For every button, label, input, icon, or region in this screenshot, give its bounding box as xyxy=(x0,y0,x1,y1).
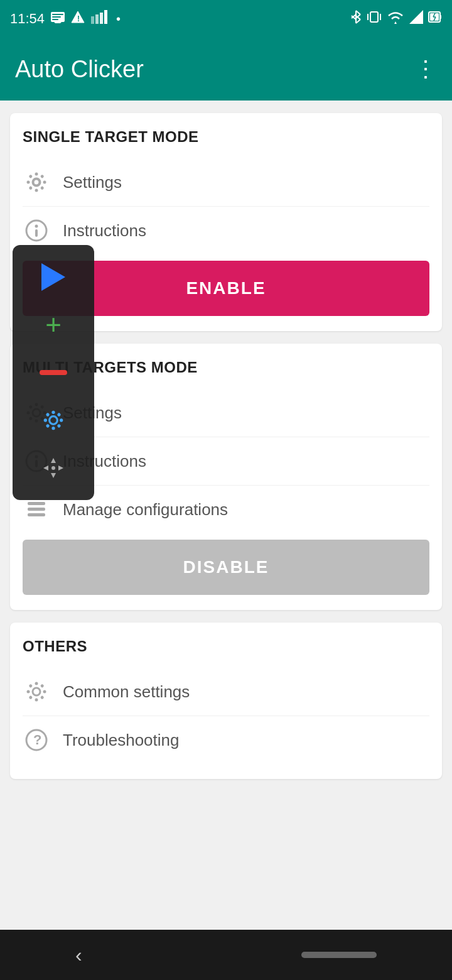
toolbar-settings-button[interactable] xyxy=(13,398,94,442)
status-right xyxy=(350,10,442,28)
svg-point-60 xyxy=(35,699,38,702)
svg-point-62 xyxy=(27,690,30,694)
remove-button[interactable] xyxy=(13,351,94,395)
gear-icon-others xyxy=(23,678,50,705)
home-indicator[interactable] xyxy=(301,952,377,958)
play-icon xyxy=(41,263,65,291)
info-icon xyxy=(23,217,50,244)
add-button[interactable]: + xyxy=(13,303,94,347)
svg-rect-2 xyxy=(52,14,63,15)
question-icon: ? xyxy=(23,726,50,754)
svg-point-63 xyxy=(28,683,33,688)
battery-icon xyxy=(428,10,442,28)
svg-marker-21 xyxy=(409,10,423,24)
svg-rect-18 xyxy=(370,12,378,22)
alert-icon: ! xyxy=(71,10,85,28)
svg-point-72 xyxy=(45,423,50,428)
signal-icon xyxy=(91,10,110,28)
svg-point-68 xyxy=(56,412,61,416)
svg-line-13 xyxy=(356,19,360,23)
svg-point-35 xyxy=(27,181,30,184)
svg-rect-3 xyxy=(52,16,61,18)
time-display: 11:54 xyxy=(10,11,45,27)
svg-point-32 xyxy=(40,186,45,190)
svg-point-69 xyxy=(60,418,63,422)
svg-point-33 xyxy=(35,189,38,192)
svg-rect-53 xyxy=(28,502,45,505)
minus-icon xyxy=(40,370,67,375)
svg-point-71 xyxy=(51,427,55,430)
status-bar: 11:54 ! • xyxy=(0,0,452,38)
svg-point-59 xyxy=(40,695,45,700)
manage-configurations-label: Manage configurations xyxy=(63,500,228,520)
svg-rect-7 xyxy=(91,16,94,24)
svg-marker-78 xyxy=(43,466,48,471)
single-settings-label: Settings xyxy=(63,173,122,192)
svg-point-29 xyxy=(35,173,38,176)
app-title: Auto Clicker xyxy=(15,56,144,83)
disable-button[interactable]: DISABLE xyxy=(23,540,429,595)
dot-icon: • xyxy=(116,12,121,26)
svg-point-80 xyxy=(51,466,55,470)
svg-rect-55 xyxy=(28,513,45,516)
svg-marker-1 xyxy=(54,22,62,23)
vibrate-icon xyxy=(367,10,382,28)
back-button[interactable]: ‹ xyxy=(75,944,82,967)
svg-text:!: ! xyxy=(77,14,80,23)
message-icon xyxy=(51,11,65,27)
svg-line-12 xyxy=(356,11,360,14)
svg-point-64 xyxy=(33,688,40,695)
svg-point-56 xyxy=(35,682,38,685)
svg-point-31 xyxy=(43,181,46,184)
single-settings-item[interactable]: Settings xyxy=(23,158,429,206)
gear-icon-toolbar xyxy=(41,408,65,432)
svg-point-58 xyxy=(43,690,46,694)
svg-point-67 xyxy=(51,411,55,414)
svg-point-36 xyxy=(28,174,33,178)
svg-text:?: ? xyxy=(33,732,41,748)
single-instructions-label: Instructions xyxy=(63,221,146,241)
svg-point-30 xyxy=(40,174,45,178)
svg-point-75 xyxy=(50,416,58,425)
play-button[interactable] xyxy=(13,255,94,299)
bluetooth-icon xyxy=(350,10,362,28)
move-button[interactable] xyxy=(13,446,94,490)
plus-icon: + xyxy=(45,311,62,339)
main-content: SINGLE TARGET MODE xyxy=(0,101,452,930)
svg-point-74 xyxy=(45,412,50,416)
svg-point-70 xyxy=(56,423,61,428)
floating-toolbar: + xyxy=(13,245,94,500)
app-bar: Auto Clicker ⋮ xyxy=(0,38,452,101)
common-settings-label: Common settings xyxy=(63,682,190,702)
svg-point-73 xyxy=(44,418,47,422)
svg-marker-76 xyxy=(51,458,56,463)
svg-marker-77 xyxy=(51,473,56,478)
svg-rect-54 xyxy=(28,508,45,511)
move-icon xyxy=(41,455,66,481)
gear-icon xyxy=(23,168,50,196)
svg-marker-79 xyxy=(58,466,63,471)
svg-point-39 xyxy=(35,225,38,228)
svg-rect-40 xyxy=(35,229,38,237)
svg-rect-4 xyxy=(52,19,58,20)
svg-rect-9 xyxy=(100,13,103,24)
single-target-title: SINGLE TARGET MODE xyxy=(23,128,429,146)
troubleshooting-item[interactable]: ? Troubleshooting xyxy=(23,716,429,764)
nav-bar: ‹ xyxy=(0,930,452,980)
svg-point-34 xyxy=(28,186,33,190)
more-options-button[interactable]: ⋮ xyxy=(414,56,437,82)
wifi-icon xyxy=(387,10,404,28)
svg-rect-8 xyxy=(95,14,99,24)
common-settings-item[interactable]: Common settings xyxy=(23,668,429,716)
others-card: OTHERS Common set xyxy=(10,623,442,779)
others-title: OTHERS xyxy=(23,638,429,655)
status-left: 11:54 ! • xyxy=(10,10,121,28)
svg-rect-23 xyxy=(440,15,441,19)
svg-point-61 xyxy=(28,695,33,700)
troubleshooting-label: Troubleshooting xyxy=(63,731,180,750)
svg-rect-10 xyxy=(104,10,107,24)
svg-point-57 xyxy=(40,683,45,688)
signal-strength-icon xyxy=(409,10,423,28)
